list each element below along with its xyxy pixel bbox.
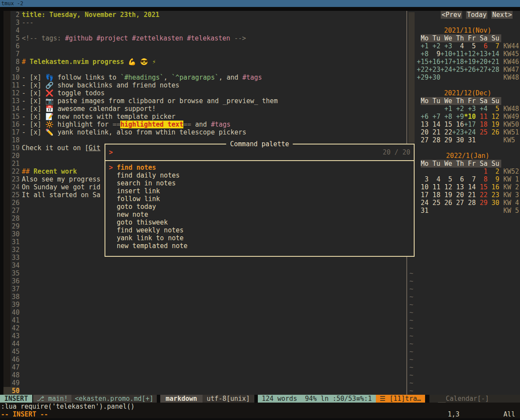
palette-item[interactable]: new templated note	[109, 242, 414, 250]
calendar-days-run[interactable]: 13 14 15 16	[417, 121, 464, 128]
editor-line[interactable]: 9	[3, 66, 406, 74]
calendar-days[interactable]: +1 +2 +3 4 5 6 7	[417, 42, 500, 50]
editor-line[interactable]: 37	[3, 285, 406, 293]
palette-item[interactable]: yank link to note	[109, 234, 414, 242]
editor-line[interactable]: 12- [x] ❌ toggle todos	[3, 89, 406, 97]
editor-line[interactable]: 6	[3, 42, 406, 50]
calendar-days-run[interactable]: +23+24	[452, 128, 476, 136]
calendar-days-run[interactable]: +17	[464, 121, 476, 128]
editor-line[interactable]: 7	[3, 50, 406, 58]
editor-line[interactable]: 4	[3, 27, 406, 34]
editor-line[interactable]: 5<!-- tags: #github #project #zettelkast…	[3, 34, 406, 42]
calendar-days[interactable]: 3 4 5 6 7 8 9	[417, 175, 500, 183]
editor-line[interactable]: 17- [x] ✏️ yank notelink, also from wthi…	[3, 128, 406, 136]
palette-item[interactable]: goto thisweek	[109, 218, 414, 226]
calendar-days-run[interactable]: 8	[476, 175, 487, 183]
editor-line[interactable]: 38	[3, 293, 406, 301]
calendar-days-run[interactable]: +1 +2 +3 +4	[417, 105, 488, 113]
editor-line[interactable]: 47	[3, 363, 406, 371]
calendar-days-run[interactable]: 17 18 19 20 21	[417, 191, 476, 199]
calendar-days-run[interactable]: 3 4 5 6 7	[417, 175, 476, 183]
command-line[interactable]: :lua require('telekasten').panel()	[0, 403, 520, 410]
calendar-days-run[interactable]: +8	[417, 50, 429, 58]
editor-line[interactable]: 42	[3, 324, 406, 332]
calendar-days-run[interactable]: 25	[476, 128, 487, 136]
palette-item[interactable]: insert link	[109, 187, 414, 195]
editor-line[interactable]: 45	[3, 348, 406, 356]
palette-item[interactable]: find weekly notes	[109, 226, 414, 234]
calendar-days-run[interactable]: 15	[476, 183, 487, 191]
calendar-days[interactable]: +6 +7 +8 +9*10 11 12	[417, 113, 500, 121]
calendar-days-run[interactable]: 12	[488, 113, 500, 121]
calendar-days-run[interactable]: +22+23+24+25+26+27+28	[417, 66, 500, 74]
calendar-days-run[interactable]: 24 25 26 27 28	[417, 199, 476, 207]
calendar-days-run[interactable]: 9	[488, 175, 500, 183]
calendar-days-run[interactable]: 2	[488, 168, 500, 175]
calendar-days[interactable]: 27 28 29 30 31	[417, 136, 500, 144]
editor-line[interactable]: 11- [x] 🔗 show backlinks and friend note…	[3, 81, 406, 89]
editor-line[interactable]: 41	[3, 316, 406, 324]
editor-line[interactable]: 44	[3, 340, 406, 348]
editor-line[interactable]: 13- [x] 📷 paste images from clipboard or…	[3, 97, 406, 105]
calendar-days-run[interactable]	[417, 168, 476, 175]
calendar-days-run[interactable]: 26	[488, 128, 500, 136]
calendar-days[interactable]: +22+23+24+25+26+27+28	[417, 66, 500, 74]
calendar-days-run[interactable]: 27 28 29 30 31	[417, 136, 500, 144]
editor-line[interactable]: 50	[3, 387, 406, 395]
calendar-days-run[interactable]: 18	[476, 121, 487, 128]
calendar-days[interactable]: 1 2	[417, 168, 500, 175]
calendar-days[interactable]: +29+30	[417, 74, 500, 81]
editor-line[interactable]: 10- [x] 👣 follow links to `#headings`, `…	[3, 74, 406, 81]
calendar-days-run[interactable]: +6 +7 +8 +9	[417, 113, 464, 121]
palette-item[interactable]: > find notes	[109, 164, 414, 171]
calendar-days-run[interactable]: 20 21 22	[417, 128, 452, 136]
calendar-days-run[interactable]: +15+16+17+18+19+20+21	[417, 58, 500, 66]
editor-line[interactable]: 39	[3, 301, 406, 309]
calendar-days[interactable]: +8 9+10+11+12+13+14	[417, 50, 500, 58]
calendar-days-run[interactable]: +1 +2 +3	[417, 42, 452, 50]
palette-item[interactable]: search in notes	[109, 179, 414, 187]
calendar-days-run[interactable]: 16	[488, 183, 500, 191]
editor-line[interactable]: 3---	[3, 19, 406, 27]
palette-item[interactable]: new note	[109, 211, 414, 218]
calendar-days[interactable]: 13 14 15 16+17 18 19	[417, 121, 500, 128]
calendar-days-run[interactable]: 31	[417, 207, 500, 215]
calendar-days-run[interactable]: 6	[476, 42, 487, 50]
calendar-days[interactable]: +1 +2 +3 +4 5	[417, 105, 500, 113]
calendar-days-run[interactable]: 4 5	[452, 42, 476, 50]
calendar-days-run[interactable]: 22	[476, 191, 487, 199]
calendar-days-run[interactable]: 7	[488, 42, 500, 50]
calendar-days-run[interactable]: 23	[488, 191, 500, 199]
editor-line[interactable]: 16- [x] 🔆 highlight for ==highlighted te…	[3, 121, 406, 128]
calendar-days-run[interactable]: 11	[476, 113, 487, 121]
calendar-days[interactable]: 17 18 19 20 21 22 23	[417, 191, 500, 199]
editor-line[interactable]: 15- [x] 📝 new notes with template picker	[3, 113, 406, 121]
calendar-days[interactable]: 31	[417, 207, 500, 215]
editor-line[interactable]: 48	[3, 371, 406, 379]
editor-line[interactable]: 35	[3, 269, 406, 277]
editor-line[interactable]: 2title: Tuesday, November 23th, 2021	[3, 11, 406, 19]
calendar-days-run[interactable]: 5	[488, 105, 500, 113]
editor-line[interactable]: 14- [x] 📅 awesome calendar support!	[3, 105, 406, 113]
calendar-days-run[interactable]: 19	[488, 121, 500, 128]
palette-item[interactable]: follow link	[109, 195, 414, 203]
editor-line[interactable]: 46	[3, 356, 406, 363]
calendar-days-run[interactable]: 29	[476, 199, 487, 207]
calendar-days-run[interactable]: +10+11+12+13+14	[440, 50, 499, 58]
editor-line[interactable]: 36	[3, 277, 406, 285]
calendar-days-run[interactable]: 10 11 12 13 14	[417, 183, 476, 191]
editor-line[interactable]: 8# Telekasten.nvim progress 💪 😎 ⚡	[3, 58, 406, 66]
calendar-days[interactable]: +15+16+17+18+19+20+21	[417, 58, 500, 66]
calendar-days[interactable]: 10 11 12 13 14 15 16	[417, 183, 500, 191]
editor-line[interactable]: 18	[3, 136, 406, 144]
calendar-days-run[interactable]: 1	[476, 168, 487, 175]
palette-item[interactable]: find daily notes	[109, 171, 414, 179]
calendar-days-run[interactable]: 9	[429, 50, 440, 58]
calendar-days[interactable]: 24 25 26 27 28 29 30	[417, 199, 500, 207]
editor-line[interactable]: 34	[3, 262, 406, 269]
editor-line[interactable]: 40	[3, 309, 406, 316]
editor-line[interactable]: 49	[3, 379, 406, 387]
palette-item[interactable]: goto today	[109, 203, 414, 211]
calendar-window[interactable]: <Prev Today Next> 2021/11(Nov)Mo Tu We T…	[409, 11, 520, 395]
calendar-days[interactable]: 20 21 22+23+24 25 26	[417, 128, 500, 136]
